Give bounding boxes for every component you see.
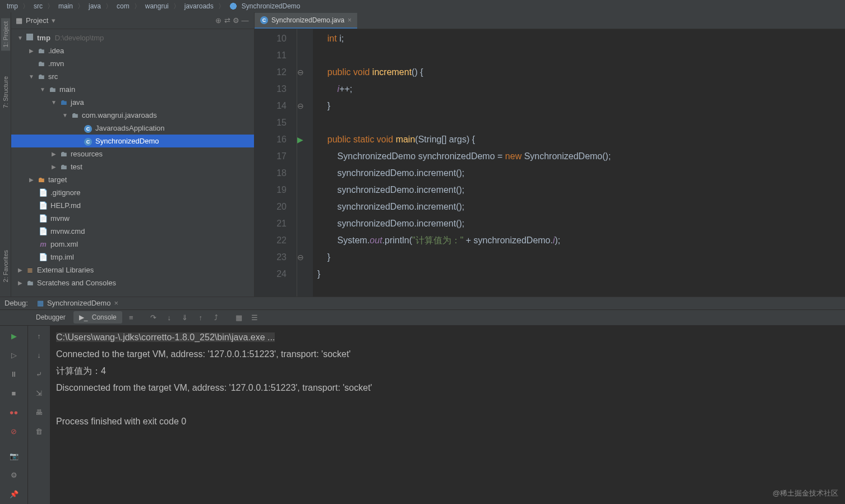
editor-tabs: C SynchronizedDemo.java × bbox=[255, 12, 845, 29]
project-tree[interactable]: ▼ tmp D:\develop\tmp ▶🖿.idea 🖿.mvn ▼🖿src… bbox=[11, 29, 254, 297]
debug-header: Debug: ▦ SynchronizedDemo × bbox=[0, 297, 845, 310]
up-icon[interactable]: ↑ bbox=[33, 329, 46, 343]
tree-node[interactable]: ▶🖿.idea bbox=[11, 44, 254, 57]
left-toolstrip: 1: Project 7: Structure 2: Favorites bbox=[0, 12, 11, 297]
rerun-icon[interactable]: ▶ bbox=[7, 329, 21, 343]
bc-item[interactable]: javaroads bbox=[182, 2, 216, 10]
tree-node[interactable]: ▼🖿src bbox=[11, 70, 254, 83]
pause-icon[interactable]: ⏸ bbox=[7, 367, 21, 381]
step-over-icon[interactable]: ↷ bbox=[147, 311, 160, 324]
bc-item[interactable]: wangrui bbox=[143, 2, 171, 10]
bc-item[interactable]: main bbox=[56, 2, 75, 10]
tree-node[interactable]: ▶🖿test bbox=[11, 160, 254, 173]
root-path: D:\develop\tmp bbox=[55, 34, 104, 42]
app-icon: ▦ bbox=[37, 299, 44, 307]
tree-file[interactable]: 📄.gitignore bbox=[11, 186, 254, 199]
debug-config-tab[interactable]: ▦ SynchronizedDemo × bbox=[33, 298, 123, 308]
tree-node[interactable]: ▼🖿main bbox=[11, 83, 254, 96]
tree-node[interactable]: ▼🖿java bbox=[11, 96, 254, 109]
root-name: tmp bbox=[37, 34, 50, 42]
project-header: ▦ Project ▾ ⊕ ⇄ ⚙ — bbox=[11, 12, 254, 29]
tree-node[interactable]: ▶🖿Scratches and Consoles bbox=[11, 276, 254, 289]
debug-left-toolbar: ▶ ▷ ⏸ ■ ●● ⊘ 📷 ⚙ 📌 bbox=[0, 326, 28, 504]
bc-class-label: SynchronizedDemo bbox=[239, 2, 303, 10]
console-icon: ▶_ bbox=[79, 313, 88, 321]
bc-item[interactable]: java bbox=[86, 2, 103, 10]
tree-node-selected[interactable]: CSynchronizedDemo bbox=[11, 135, 254, 147]
camera-icon[interactable]: 📷 bbox=[7, 449, 21, 463]
soft-wrap-icon[interactable]: ⤶ bbox=[33, 367, 46, 381]
tree-file[interactable]: 📄mvnw bbox=[11, 212, 254, 225]
step-into-icon[interactable]: ↓ bbox=[163, 311, 176, 324]
settings-icon[interactable]: ⚙ bbox=[7, 468, 21, 482]
class-icon: C bbox=[84, 138, 92, 146]
mute-breakpoints-icon[interactable]: ⊘ bbox=[7, 424, 21, 438]
tree-node[interactable]: CJavaroadsApplication bbox=[11, 122, 254, 135]
debug-tab-label: SynchronizedDemo bbox=[47, 299, 110, 307]
force-step-into-icon[interactable]: ⇓ bbox=[178, 311, 192, 324]
clear-icon[interactable]: 🗑 bbox=[33, 424, 46, 438]
drop-frame-icon[interactable]: ⤴ bbox=[210, 311, 223, 324]
sidebar-tab-favorites[interactable]: 2: Favorites bbox=[1, 247, 10, 285]
stop-icon[interactable]: ■ bbox=[7, 386, 21, 400]
editor-body[interactable]: 101112131415161718192021222324 ⊖⊖▶⊖ int … bbox=[255, 29, 845, 297]
tree-file[interactable]: 📄mvnw.cmd bbox=[11, 225, 254, 238]
print-icon[interactable]: 🖶 bbox=[33, 405, 46, 419]
tree-file[interactable]: 📄tmp.iml bbox=[11, 251, 254, 263]
bc-item[interactable]: tmp bbox=[4, 2, 20, 10]
debugger-button[interactable]: Debugger bbox=[30, 311, 71, 323]
gutter-line-numbers: 101112131415161718192021222324 bbox=[255, 29, 297, 297]
breadcrumb: tmp〉 src〉 main〉 java〉 com〉 wangrui〉 java… bbox=[0, 0, 845, 12]
close-icon[interactable]: × bbox=[114, 299, 118, 307]
gear-icon[interactable]: ⚙ bbox=[232, 16, 241, 25]
tree-node[interactable]: ▶🖿target bbox=[11, 173, 254, 186]
tree-node[interactable]: 🖿.mvn bbox=[11, 57, 254, 70]
tree-file[interactable]: mpom.xml bbox=[11, 238, 254, 251]
class-icon: C bbox=[260, 16, 268, 24]
breakpoints-icon[interactable]: ●● bbox=[7, 405, 21, 419]
resume-icon[interactable]: ▷ bbox=[7, 348, 21, 362]
pin-icon[interactable]: 📌 bbox=[7, 487, 21, 501]
tree-node[interactable]: ▼🖿com.wangrui.javaroads bbox=[11, 109, 254, 122]
class-icon bbox=[229, 2, 237, 10]
gutter-markers[interactable]: ⊖⊖▶⊖ bbox=[297, 29, 313, 297]
watermark: @稀土掘金技术社区 bbox=[773, 488, 838, 498]
bc-class[interactable]: SynchronizedDemo bbox=[227, 2, 305, 10]
tree-file[interactable]: 📄HELP.md bbox=[11, 199, 254, 212]
code-area[interactable]: int i; public void increment() { i++; } … bbox=[313, 29, 845, 297]
scroll-to-icon[interactable]: ⊕ bbox=[214, 16, 223, 25]
hide-icon[interactable]: — bbox=[241, 16, 250, 25]
console-left-toolbar: ↑ ↓ ⤶ ⇲ 🖶 🗑 bbox=[28, 326, 50, 504]
bc-item[interactable]: com bbox=[114, 2, 132, 10]
console-button[interactable]: ▶_ Console bbox=[73, 311, 122, 323]
collapse-icon[interactable]: ⇄ bbox=[223, 16, 232, 25]
project-panel: ▦ Project ▾ ⊕ ⇄ ⚙ — ▼ tmp D:\develop\tmp… bbox=[11, 12, 255, 297]
console-output[interactable]: C:\Users\wang-\.jdks\corretto-1.8.0_252\… bbox=[50, 326, 845, 504]
tree-node[interactable]: ▶🖿resources bbox=[11, 147, 254, 160]
tree-root[interactable]: ▼ tmp D:\develop\tmp bbox=[11, 31, 254, 44]
close-icon[interactable]: × bbox=[348, 16, 352, 24]
sidebar-tab-structure[interactable]: 7: Structure bbox=[1, 73, 10, 112]
editor-tab-label: SynchronizedDemo.java bbox=[271, 16, 344, 24]
project-title: Project bbox=[26, 16, 48, 25]
threads-icon[interactable]: ≡ bbox=[124, 311, 138, 324]
down-icon[interactable]: ↓ bbox=[33, 348, 46, 362]
debug-panel: Debug: ▦ SynchronizedDemo × Debugger ▶_ … bbox=[0, 297, 845, 504]
scroll-end-icon[interactable]: ⇲ bbox=[33, 386, 46, 400]
step-out-icon[interactable]: ↑ bbox=[194, 311, 207, 324]
debug-toolbar: Debugger ▶_ Console ≡ ↷ ↓ ⇓ ↑ ⤴ ▦ ☰ bbox=[0, 310, 845, 326]
tree-node[interactable]: ▶≣External Libraries bbox=[11, 263, 254, 276]
project-icon: ▦ bbox=[16, 16, 22, 25]
eval-icon[interactable]: ▦ bbox=[232, 311, 246, 324]
chevron-down-icon[interactable]: ▾ bbox=[52, 16, 56, 25]
class-icon: C bbox=[84, 125, 92, 133]
trace-icon[interactable]: ☰ bbox=[248, 311, 261, 324]
editor-tab[interactable]: C SynchronizedDemo.java × bbox=[255, 13, 357, 29]
sidebar-tab-project[interactable]: 1: Project bbox=[1, 18, 10, 50]
bc-item[interactable]: src bbox=[31, 2, 45, 10]
editor-area: C SynchronizedDemo.java × 10111213141516… bbox=[255, 12, 845, 297]
debug-label: Debug: bbox=[4, 299, 28, 307]
